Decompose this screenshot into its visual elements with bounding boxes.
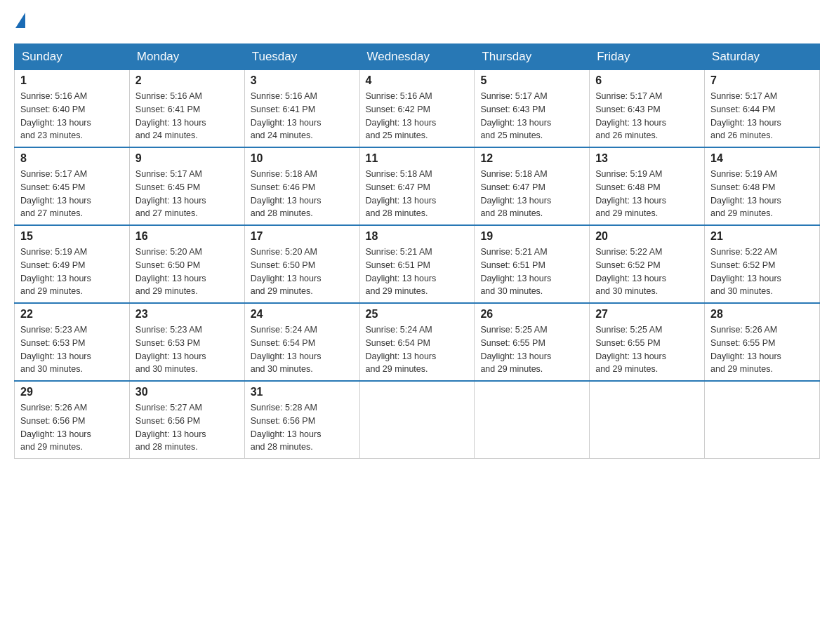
day-number: 26 [480,308,583,321]
calendar-week-row: 15 Sunrise: 5:19 AM Sunset: 6:49 PM Dayl… [15,225,820,303]
day-number: 7 [710,74,814,87]
calendar-cell: 21 Sunrise: 5:22 AM Sunset: 6:52 PM Dayl… [705,225,820,303]
day-info: Sunrise: 5:19 AM Sunset: 6:48 PM Dayligh… [595,168,699,220]
calendar-cell: 19 Sunrise: 5:21 AM Sunset: 6:51 PM Dayl… [475,225,590,303]
day-number: 14 [710,152,814,165]
day-number: 9 [135,152,239,165]
day-number: 15 [20,230,124,243]
day-number: 4 [366,74,469,87]
column-header-friday: Friday [590,44,705,70]
column-header-monday: Monday [129,44,244,70]
calendar-cell: 22 Sunrise: 5:23 AM Sunset: 6:53 PM Dayl… [15,303,130,381]
calendar-cell: 25 Sunrise: 5:24 AM Sunset: 6:54 PM Dayl… [359,303,475,381]
calendar-cell: 30 Sunrise: 5:27 AM Sunset: 6:56 PM Dayl… [129,381,244,459]
day-number: 18 [366,230,469,243]
calendar-cell: 15 Sunrise: 5:19 AM Sunset: 6:49 PM Dayl… [15,225,130,303]
day-number: 30 [135,386,239,398]
logo [14,14,25,29]
day-info: Sunrise: 5:26 AM Sunset: 6:56 PM Dayligh… [20,401,124,454]
calendar-week-row: 22 Sunrise: 5:23 AM Sunset: 6:53 PM Dayl… [15,303,820,381]
day-number: 11 [366,152,469,165]
column-header-tuesday: Tuesday [244,44,359,70]
day-info: Sunrise: 5:25 AM Sunset: 6:55 PM Dayligh… [480,323,583,376]
calendar-week-row: 8 Sunrise: 5:17 AM Sunset: 6:45 PM Dayli… [15,147,820,225]
day-info: Sunrise: 5:19 AM Sunset: 6:48 PM Dayligh… [710,168,814,220]
column-header-sunday: Sunday [15,44,130,70]
calendar-cell [705,381,820,459]
calendar-cell: 11 Sunrise: 5:18 AM Sunset: 6:47 PM Dayl… [359,147,475,225]
day-info: Sunrise: 5:26 AM Sunset: 6:55 PM Dayligh… [710,323,814,376]
calendar-week-row: 1 Sunrise: 5:16 AM Sunset: 6:40 PM Dayli… [15,70,820,148]
day-info: Sunrise: 5:25 AM Sunset: 6:55 PM Dayligh… [595,323,699,376]
day-info: Sunrise: 5:27 AM Sunset: 6:56 PM Dayligh… [135,401,239,454]
calendar-cell: 13 Sunrise: 5:19 AM Sunset: 6:48 PM Dayl… [590,147,705,225]
day-number: 3 [251,74,354,87]
day-info: Sunrise: 5:16 AM Sunset: 6:42 PM Dayligh… [366,90,469,142]
day-number: 27 [595,308,699,321]
calendar-cell: 2 Sunrise: 5:16 AM Sunset: 6:41 PM Dayli… [129,70,244,148]
column-header-thursday: Thursday [475,44,590,70]
day-number: 13 [595,152,699,165]
day-number: 22 [20,308,124,321]
day-info: Sunrise: 5:17 AM Sunset: 6:43 PM Dayligh… [480,90,583,142]
day-info: Sunrise: 5:18 AM Sunset: 6:47 PM Dayligh… [480,168,583,220]
day-number: 19 [480,230,583,243]
day-info: Sunrise: 5:16 AM Sunset: 6:41 PM Dayligh… [135,90,239,142]
day-number: 16 [135,230,239,243]
day-number: 1 [20,74,124,87]
column-header-wednesday: Wednesday [359,44,475,70]
day-info: Sunrise: 5:18 AM Sunset: 6:47 PM Dayligh… [366,168,469,220]
day-number: 12 [480,152,583,165]
day-number: 17 [251,230,354,243]
calendar-cell: 24 Sunrise: 5:24 AM Sunset: 6:54 PM Dayl… [244,303,359,381]
day-number: 21 [710,230,814,243]
day-number: 31 [251,386,354,398]
day-info: Sunrise: 5:19 AM Sunset: 6:49 PM Dayligh… [20,246,124,298]
day-number: 28 [710,308,814,321]
calendar-cell: 6 Sunrise: 5:17 AM Sunset: 6:43 PM Dayli… [590,70,705,148]
calendar-cell: 27 Sunrise: 5:25 AM Sunset: 6:55 PM Dayl… [590,303,705,381]
calendar-cell: 18 Sunrise: 5:21 AM Sunset: 6:51 PM Dayl… [359,225,475,303]
day-number: 5 [480,74,583,87]
calendar-cell [590,381,705,459]
day-info: Sunrise: 5:22 AM Sunset: 6:52 PM Dayligh… [595,246,699,298]
column-header-saturday: Saturday [705,44,820,70]
day-info: Sunrise: 5:21 AM Sunset: 6:51 PM Dayligh… [480,246,583,298]
calendar-week-row: 29 Sunrise: 5:26 AM Sunset: 6:56 PM Dayl… [15,381,820,459]
day-info: Sunrise: 5:23 AM Sunset: 6:53 PM Dayligh… [135,323,239,376]
calendar-header-row: SundayMondayTuesdayWednesdayThursdayFrid… [15,44,820,70]
calendar-cell: 9 Sunrise: 5:17 AM Sunset: 6:45 PM Dayli… [129,147,244,225]
page-header [14,14,820,29]
calendar-cell: 3 Sunrise: 5:16 AM Sunset: 6:41 PM Dayli… [244,70,359,148]
day-number: 8 [20,152,124,165]
calendar-cell [475,381,590,459]
day-info: Sunrise: 5:24 AM Sunset: 6:54 PM Dayligh… [366,323,469,376]
logo-triangle-icon [15,13,25,28]
day-info: Sunrise: 5:17 AM Sunset: 6:45 PM Dayligh… [135,168,239,220]
day-info: Sunrise: 5:28 AM Sunset: 6:56 PM Dayligh… [251,401,354,454]
day-number: 2 [135,74,239,87]
calendar-cell: 23 Sunrise: 5:23 AM Sunset: 6:53 PM Dayl… [129,303,244,381]
calendar-cell: 31 Sunrise: 5:28 AM Sunset: 6:56 PM Dayl… [244,381,359,459]
calendar-cell: 8 Sunrise: 5:17 AM Sunset: 6:45 PM Dayli… [15,147,130,225]
calendar-table: SundayMondayTuesdayWednesdayThursdayFrid… [14,43,820,459]
day-number: 6 [595,74,699,87]
calendar-cell: 10 Sunrise: 5:18 AM Sunset: 6:46 PM Dayl… [244,147,359,225]
day-number: 24 [251,308,354,321]
day-info: Sunrise: 5:22 AM Sunset: 6:52 PM Dayligh… [710,246,814,298]
calendar-cell: 26 Sunrise: 5:25 AM Sunset: 6:55 PM Dayl… [475,303,590,381]
day-number: 20 [595,230,699,243]
calendar-cell: 16 Sunrise: 5:20 AM Sunset: 6:50 PM Dayl… [129,225,244,303]
day-info: Sunrise: 5:24 AM Sunset: 6:54 PM Dayligh… [251,323,354,376]
day-info: Sunrise: 5:23 AM Sunset: 6:53 PM Dayligh… [20,323,124,376]
calendar-cell: 29 Sunrise: 5:26 AM Sunset: 6:56 PM Dayl… [15,381,130,459]
day-info: Sunrise: 5:16 AM Sunset: 6:40 PM Dayligh… [20,90,124,142]
day-number: 23 [135,308,239,321]
day-info: Sunrise: 5:21 AM Sunset: 6:51 PM Dayligh… [366,246,469,298]
day-info: Sunrise: 5:18 AM Sunset: 6:46 PM Dayligh… [251,168,354,220]
day-info: Sunrise: 5:20 AM Sunset: 6:50 PM Dayligh… [251,246,354,298]
day-number: 29 [20,386,124,398]
day-info: Sunrise: 5:20 AM Sunset: 6:50 PM Dayligh… [135,246,239,298]
calendar-cell: 17 Sunrise: 5:20 AM Sunset: 6:50 PM Dayl… [244,225,359,303]
day-info: Sunrise: 5:16 AM Sunset: 6:41 PM Dayligh… [251,90,354,142]
